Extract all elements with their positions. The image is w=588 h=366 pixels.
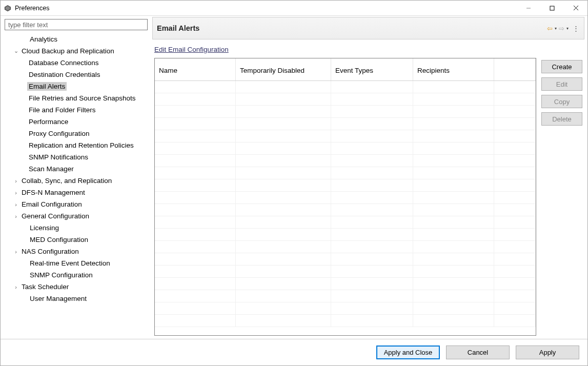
tree-item[interactable]: ›Proxy Configuration [5, 128, 148, 139]
tree-item[interactable]: ›General Configuration [5, 210, 148, 222]
close-button[interactable] [564, 1, 587, 15]
col-event-types[interactable]: Event Types [331, 58, 413, 80]
filter-input[interactable] [5, 19, 148, 30]
forward-dropdown-icon[interactable]: ▾ [566, 26, 569, 31]
table-cell [413, 143, 494, 154]
table-row[interactable] [155, 241, 536, 253]
table-cell [155, 241, 236, 253]
arrow-placeholder: › [20, 260, 28, 267]
apply-button[interactable]: Apply [516, 345, 579, 359]
app-icon [4, 4, 12, 12]
tree-item[interactable]: ›Email Configuration [5, 198, 148, 210]
maximize-button[interactable] [540, 1, 564, 15]
table-cell [236, 302, 331, 314]
table-row[interactable] [155, 253, 536, 266]
tree-item[interactable]: ›File and Folder Filters [5, 104, 148, 116]
tree-item[interactable]: ›SNMP Configuration [5, 269, 148, 281]
tree-item[interactable]: ›Real-time Event Detection [5, 257, 148, 269]
chevron-right-icon[interactable]: › [12, 190, 20, 196]
tree-item[interactable]: ›User Management [5, 293, 148, 304]
table-cell [155, 93, 236, 105]
email-alerts-table[interactable]: Name Temporarily Disabled Event Types Re… [154, 58, 536, 336]
table-cell [494, 266, 536, 277]
chevron-right-icon[interactable]: › [12, 178, 20, 184]
table-row[interactable] [155, 143, 536, 155]
table-row[interactable] [155, 315, 536, 327]
tree-item[interactable]: ›Task Scheduler [5, 281, 148, 293]
chevron-right-icon[interactable]: › [12, 201, 20, 208]
copy-button[interactable]: Copy [541, 95, 582, 108]
chevron-right-icon[interactable]: › [12, 249, 20, 255]
minimize-button[interactable] [517, 1, 540, 15]
table-cell [331, 204, 413, 216]
table-row[interactable] [155, 216, 536, 229]
svg-rect-3 [550, 6, 554, 10]
table-cell [413, 179, 494, 191]
table-row[interactable] [155, 118, 536, 130]
edit-button[interactable]: Edit [541, 77, 582, 91]
table-row[interactable] [155, 106, 536, 118]
table-row[interactable] [155, 192, 536, 204]
tree-item[interactable]: ›Email Alerts [5, 80, 148, 92]
table-row[interactable] [155, 93, 536, 106]
tree-item[interactable]: ›MED Configuration [5, 234, 148, 246]
table-row[interactable] [155, 155, 536, 167]
tree-item[interactable]: ›Database Connections [5, 57, 148, 69]
tree-item[interactable]: ›SNMP Notifications [5, 151, 148, 163]
table-row[interactable] [155, 130, 536, 143]
cancel-button[interactable]: Cancel [446, 345, 510, 359]
table-row[interactable] [155, 302, 536, 315]
chevron-down-icon[interactable]: ⌄ [12, 48, 20, 54]
table-row[interactable] [155, 167, 536, 179]
tree-item[interactable]: ›Destination Credentials [5, 69, 148, 80]
forward-arrow-icon[interactable]: ⇨ [558, 25, 565, 32]
tree-item[interactable]: ›NAS Configuration [5, 246, 148, 257]
tree-item[interactable]: ›Licensing [5, 222, 148, 234]
col-name[interactable]: Name [155, 58, 236, 80]
tree-item[interactable]: ›Replication and Retention Policies [5, 139, 148, 151]
view-menu-icon[interactable]: ⋮ [572, 25, 580, 32]
table-row[interactable] [155, 204, 536, 216]
table-row[interactable] [155, 266, 536, 278]
tree-item[interactable]: ⌄Cloud Backup and Replication [5, 45, 148, 57]
table-cell [331, 106, 413, 117]
table-cell [331, 143, 413, 154]
tree-item[interactable]: ›File Retries and Source Snapshots [5, 92, 148, 104]
col-recipients[interactable]: Recipients [413, 58, 494, 80]
back-arrow-icon[interactable]: ⇦ [546, 25, 553, 32]
table-row[interactable] [155, 290, 536, 302]
table-cell [331, 93, 413, 105]
col-temporarily-disabled[interactable]: Temporarily Disabled [236, 58, 331, 80]
table-row[interactable] [155, 81, 536, 93]
table-cell [236, 106, 331, 117]
chevron-right-icon[interactable]: › [12, 213, 20, 219]
table-cell [494, 192, 536, 204]
back-dropdown-icon[interactable]: ▾ [554, 26, 557, 31]
arrow-placeholder: › [20, 237, 28, 243]
table-row[interactable] [155, 278, 536, 290]
table-cell [413, 278, 494, 290]
table-cell [236, 216, 331, 228]
table-row[interactable] [155, 179, 536, 192]
table-cell [494, 130, 536, 142]
table-cell [331, 278, 413, 290]
delete-button[interactable]: Delete [541, 112, 582, 126]
tree-item[interactable]: ›Collab, Sync, and Replication [5, 175, 148, 187]
table-cell [413, 204, 494, 216]
tree-item[interactable]: ›Performance [5, 116, 148, 128]
edit-email-config-link[interactable]: Edit Email Configuration [154, 46, 229, 53]
tree-item-label: Replication and Retention Policies [27, 141, 135, 150]
tree-item-label: Email Configuration [20, 200, 84, 209]
table-cell [413, 241, 494, 253]
tree-item-label: Collab, Sync, and Replication [20, 176, 113, 185]
table-cell [236, 179, 331, 191]
tree-item[interactable]: ›Scan Manager [5, 163, 148, 175]
table-cell [236, 290, 331, 302]
tree-item-label: General Configuration [20, 212, 91, 220]
apply-and-close-button[interactable]: Apply and Close [376, 345, 440, 359]
tree-item[interactable]: ›Analytics [5, 33, 148, 45]
table-row[interactable] [155, 229, 536, 241]
chevron-right-icon[interactable]: › [12, 284, 20, 290]
create-button[interactable]: Create [541, 60, 582, 73]
tree-item[interactable]: ›DFS-N Management [5, 187, 148, 198]
